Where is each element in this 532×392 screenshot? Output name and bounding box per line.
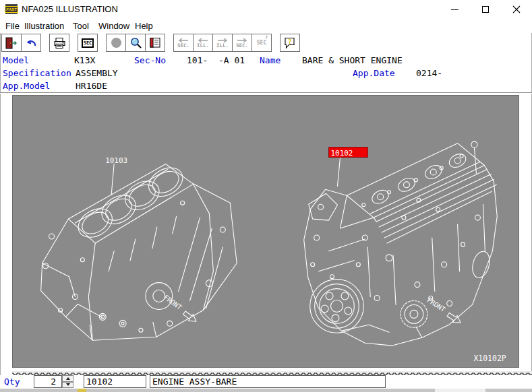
qty-input[interactable] — [34, 375, 62, 388]
svg-text:?: ? — [288, 38, 292, 45]
qty-stepper — [62, 375, 73, 388]
exit-door-icon — [5, 37, 18, 49]
menu-bar: File Illustration Tool Window Help — [0, 19, 532, 33]
menu-window[interactable]: Window — [98, 21, 129, 31]
minimize-button[interactable] — [439, 0, 470, 19]
close-icon — [512, 5, 521, 13]
toolbar: SEC — [1, 34, 299, 53]
appmodel-label: App.Model — [3, 81, 50, 91]
spec-value: ASSEMBLY — [76, 68, 118, 78]
info-panel: Model K13X Sec-No 101- -A 01 Name BARE &… — [0, 54, 532, 92]
separator-line — [0, 92, 532, 94]
up-arrow-icon — [66, 377, 70, 380]
background-window-fragment — [78, 389, 86, 392]
circle-icon — [111, 38, 121, 48]
front-marker-right: FRONT — [425, 296, 464, 326]
nav-label: SEC. — [177, 43, 189, 48]
magnifier-icon — [129, 37, 142, 49]
record-button[interactable] — [106, 34, 126, 52]
prev-section-button[interactable]: SEC. — [173, 34, 194, 52]
appmodel-value: HR16DE — [76, 81, 107, 91]
part-number-field[interactable] — [84, 375, 146, 388]
exit-button[interactable] — [1, 34, 22, 52]
svg-text:FRONT: FRONT — [425, 296, 446, 314]
spec-label: Specification — [3, 68, 71, 78]
help-balloon-icon: ? — [283, 37, 297, 49]
section-search-button[interactable]: SEC? — [252, 34, 272, 52]
bottom-edge-strip — [0, 389, 532, 392]
close-button[interactable] — [501, 0, 532, 19]
model-value: K13X — [74, 55, 95, 65]
part-detail-bar: Qty — [0, 375, 532, 389]
nav-label: ILL. — [216, 43, 229, 48]
minimize-icon — [451, 9, 459, 10]
sec-question-icon: SEC? — [257, 40, 266, 46]
appdate-label: App.Date — [353, 68, 395, 78]
next-section-button[interactable]: SEC. — [232, 34, 252, 52]
help-button[interactable]: ? — [280, 34, 300, 52]
left-part-label[interactable]: 10103 — [105, 156, 127, 165]
fast-logo-icon: FAST — [5, 6, 18, 13]
front-marker-left: FRONT — [161, 294, 200, 325]
undo-button[interactable] — [21, 34, 41, 52]
secno-value: 101- -A 01 — [187, 55, 245, 65]
nav-label: ILL. — [197, 43, 209, 48]
book-icon — [148, 37, 162, 48]
plate-code: X10102P — [473, 354, 506, 363]
maximize-icon — [482, 6, 489, 13]
left-engine-drawing — [41, 162, 237, 341]
right-engine-drawing — [304, 141, 498, 346]
printer-icon — [53, 37, 66, 49]
prev-illustration-button[interactable]: ILL. — [193, 34, 213, 52]
right-part-label[interactable]: 10102 — [331, 149, 353, 158]
app-window: FAST NFA025 ILLUSTRATION File Illustrati… — [0, 0, 532, 392]
qty-down-button[interactable] — [62, 382, 73, 389]
menu-file[interactable]: File — [5, 21, 20, 31]
print-button[interactable] — [49, 34, 69, 52]
down-arrow-icon — [66, 383, 70, 386]
background-window-fragment — [435, 389, 485, 392]
zoom-button[interactable] — [125, 34, 146, 52]
splitter-bar[interactable] — [12, 368, 532, 375]
left-leader-line — [111, 164, 114, 195]
name-label: Name — [260, 55, 280, 65]
window-title: NFA025 ILLUSTRATION — [22, 4, 118, 14]
qty-up-button[interactable] — [62, 375, 73, 382]
index-button[interactable] — [145, 34, 165, 52]
undo-arrow-icon — [24, 38, 38, 48]
section-button[interactable]: SEC — [78, 34, 98, 52]
part-name-field[interactable] — [150, 375, 386, 388]
next-illustration-button[interactable]: ILL. — [212, 34, 233, 52]
secno-label: Sec-No — [134, 55, 166, 65]
appdate-value: 0214- — [416, 68, 442, 78]
qty-label: Qty — [4, 377, 20, 387]
right-leader-line — [337, 158, 340, 187]
nav-label: SEC. — [236, 43, 248, 48]
model-label: Model — [3, 55, 29, 65]
maximize-button[interactable] — [470, 0, 501, 19]
name-value: BARE & SHORT ENGINE — [302, 55, 403, 65]
app-icon: FAST — [5, 4, 18, 14]
title-bar: FAST NFA025 ILLUSTRATION — [0, 0, 532, 19]
sec-box-icon: SEC — [82, 38, 94, 48]
menu-tool[interactable]: Tool — [73, 21, 89, 31]
menu-illustration[interactable]: Illustration — [24, 21, 64, 31]
menu-help[interactable]: Help — [135, 21, 153, 31]
illustration-canvas[interactable]: 10103 FRONT — [12, 95, 519, 368]
